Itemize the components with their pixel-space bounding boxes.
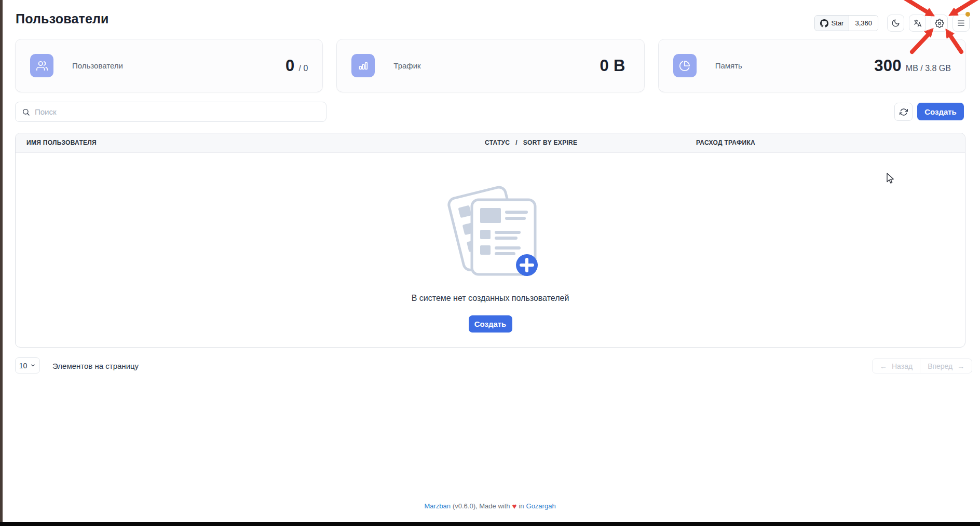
footer-version-text: (v0.6.0), Made with [453, 502, 510, 510]
github-star-label: Star [832, 19, 844, 27]
plus-circle-icon [516, 254, 538, 276]
search-icon [22, 108, 30, 116]
stat-card-value: 0 B [600, 57, 625, 75]
theme-toggle-button[interactable] [887, 15, 904, 32]
bar-chart-icon [351, 54, 375, 77]
pager: ← Назад Вперед → [872, 358, 972, 373]
stat-card-suffix: MB / 3.8 GB [906, 64, 951, 73]
notification-dot [965, 12, 970, 17]
page-size-select[interactable]: 10 [15, 357, 40, 373]
page-size-value: 10 [19, 362, 28, 370]
github-star-widget[interactable]: Star 3,360 [814, 15, 878, 31]
empty-state-message: В системе нет созданных пользователей [412, 294, 569, 303]
prev-page-label: Назад [892, 362, 913, 370]
marzban-users-page: Пользователи Star 3,360 [0, 0, 980, 526]
github-logo-icon [820, 19, 828, 27]
topbar-controls: Star 3,360 [814, 15, 970, 32]
hamburger-icon [957, 19, 965, 27]
per-page-label: Элементов на страницу [52, 362, 139, 370]
stat-card-users: Пользователи 0 / 0 [15, 39, 323, 92]
stat-cards: Пользователи 0 / 0 Трафик 0 B Память 300 [15, 39, 966, 92]
arrow-right-icon: → [957, 362, 964, 370]
stat-card-suffix: / 0 [299, 64, 308, 73]
users-table-header: ИМЯ ПОЛЬЗОВАТЕЛЯ СТАТУС / SORT BY EXPIRE… [16, 133, 965, 153]
footer: Marzban (v0.6.0), Made with ♥ in Gozarga… [0, 502, 980, 510]
refresh-button[interactable] [894, 103, 913, 121]
page-title: Пользователи [16, 11, 109, 26]
window-bottom-edge [0, 522, 980, 526]
heart-icon: ♥ [512, 502, 517, 510]
next-page-button[interactable]: Вперед → [920, 358, 972, 373]
stat-card-label: Трафик [393, 61, 420, 70]
next-page-label: Вперед [928, 362, 952, 370]
stat-card-label: Память [715, 61, 742, 70]
refresh-icon [900, 108, 908, 116]
gear-icon [935, 19, 944, 28]
stat-card-value: 300 [874, 57, 902, 75]
settings-button[interactable] [931, 15, 948, 32]
column-header-status-sort-expire[interactable]: СТАТУС / SORT BY EXPIRE [485, 139, 696, 146]
gozargah-link[interactable]: Gozargah [526, 502, 556, 510]
search-input[interactable] [35, 107, 320, 116]
prev-page-button[interactable]: ← Назад [872, 358, 920, 373]
empty-state-create-button[interactable]: Создать [469, 315, 512, 333]
stat-card-traffic: Трафик 0 B [336, 39, 644, 92]
users-table-empty-state: В системе нет созданных пользователей Со… [16, 153, 965, 347]
github-star-count[interactable]: 3,360 [849, 16, 878, 31]
language-button[interactable] [909, 15, 926, 32]
stat-card-value: 0 [285, 57, 295, 75]
column-header-username[interactable]: ИМЯ ПОЛЬЗОВАТЕЛЯ [16, 139, 485, 146]
footer-in-text: in [519, 502, 524, 510]
stat-card-label: Пользователи [72, 61, 123, 70]
pie-chart-icon [673, 54, 697, 77]
chevron-down-icon [30, 363, 36, 368]
create-user-button[interactable]: Создать [917, 103, 964, 120]
empty-documents-illustration [434, 182, 546, 280]
users-table: ИМЯ ПОЛЬЗОВАТЕЛЯ СТАТУС / SORT BY EXPIRE… [15, 133, 965, 348]
column-header-traffic[interactable]: РАСХОД ТРАФИКА [696, 139, 965, 146]
window-left-edge [0, 0, 3, 526]
users-icon [30, 54, 53, 77]
stat-card-memory: Память 300 MB / 3.8 GB [658, 39, 966, 92]
menu-button[interactable] [952, 15, 970, 32]
moon-icon [891, 19, 900, 27]
github-star-button[interactable]: Star [815, 16, 850, 31]
search-field[interactable] [15, 102, 326, 122]
arrow-left-icon: ← [880, 362, 887, 370]
translate-icon [913, 19, 922, 28]
marzban-link[interactable]: Marzban [424, 502, 451, 510]
